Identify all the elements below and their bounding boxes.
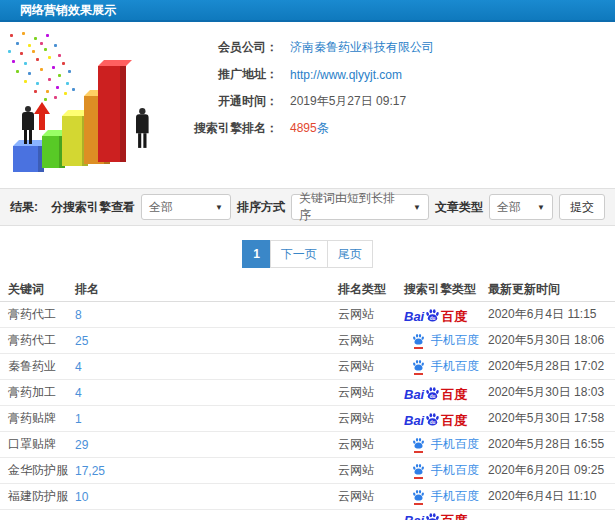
keyword-cell: 膏药代工 — [8, 332, 75, 349]
open-time-row: 开通时间： 2019年5月27日 09:17 — [168, 88, 608, 115]
col-header-rank: 排名 — [75, 281, 338, 298]
promo-url-link[interactable]: http://www.qlyyjt.com — [290, 68, 402, 82]
keyword-cell: 膏药贴牌 — [8, 410, 75, 427]
engine-filter-select[interactable]: 全部 ▼ — [141, 194, 231, 220]
rank-link[interactable]: 4 — [75, 386, 82, 400]
baidu-logo-bai: Bai — [404, 388, 424, 401]
rank-type-cell: 云网站 — [338, 436, 404, 453]
col-header-engine-type: 搜索引擎类型 — [404, 281, 488, 298]
submit-button[interactable]: 提交 — [559, 194, 605, 220]
keyword-cell: 膏药加工 — [8, 384, 75, 401]
chart-bar-blue — [13, 146, 44, 172]
rank-link[interactable]: 8 — [75, 308, 82, 322]
engine-rank-count: 4895 — [290, 121, 317, 135]
pagination: 1 下一页 尾页 — [0, 240, 615, 268]
keyword-cell: 福建防护服 — [8, 488, 75, 505]
mobile-baidu-label: 手机百度 — [431, 436, 479, 453]
chart-bar-red — [98, 66, 126, 162]
baidu-logo: Bai du 百度 — [404, 306, 488, 323]
mobile-baidu-paw-icon — [412, 359, 426, 375]
keyword-cell: 膏药代工 — [8, 306, 75, 323]
rank-type-cell: 云网站 — [338, 332, 404, 349]
updated-cell: 2020年6月4日 11:15 — [488, 306, 615, 323]
baidu-logo: Bai du 百度 — [404, 510, 488, 520]
rank-link[interactable]: 25 — [75, 334, 88, 348]
page-title: 网络营销效果展示 — [0, 0, 615, 20]
mobile-baidu-paw-icon — [412, 437, 426, 453]
baidu-logo-cn: 百度 — [441, 310, 467, 323]
promo-url-label: 推广地址： — [168, 66, 278, 83]
partial-next-row: Bai du 百度 — [0, 510, 615, 520]
rank-type-cell: 云网站 — [338, 384, 404, 401]
member-company-link[interactable]: 济南秦鲁药业科技有限公司 — [290, 40, 434, 54]
mobile-baidu-logo: 手机百度 — [404, 488, 488, 505]
mobile-baidu-logo: 手机百度 — [404, 436, 488, 453]
open-time-value: 2019年5月27日 09:17 — [290, 93, 406, 110]
rank-link[interactable]: 1 — [75, 412, 82, 426]
keyword-cell: 口罩贴牌 — [8, 436, 75, 453]
engine-rank-row: 搜索引擎排名： 4895条 — [168, 115, 608, 142]
open-time-label: 开通时间： — [168, 93, 278, 110]
rank-type-cell: 云网站 — [338, 306, 404, 323]
next-page-button[interactable]: 下一页 — [270, 240, 328, 268]
mobile-baidu-paw-icon — [412, 463, 426, 479]
rank-type-cell: 云网站 — [338, 462, 404, 479]
svg-text:du: du — [430, 394, 436, 399]
sort-filter-select[interactable]: 关键词由短到长排序 ▼ — [291, 194, 429, 220]
rank-link[interactable]: 4 — [75, 360, 82, 374]
mobile-baidu-logo: 手机百度 — [404, 462, 488, 479]
rank-link[interactable]: 10 — [75, 490, 88, 504]
sort-filter-label: 排序方式 — [237, 199, 285, 216]
results-table: 关键词 排名 排名类型 搜索引擎类型 最新更新时间 膏药代工 8 云网站 Bai… — [0, 278, 615, 520]
updated-cell: 2020年5月30日 18:03 — [488, 384, 615, 401]
rank-link[interactable]: 29 — [75, 438, 88, 452]
engine-cell: Bai du 百度 — [404, 384, 488, 401]
promo-url-row: 推广地址： http://www.qlyyjt.com — [168, 61, 608, 88]
table-row: 膏药代工 8 云网站 Bai du 百度 2020年6月4日 11:15 — [0, 302, 615, 328]
table-row: 膏药加工 4 云网站 Bai du 百度 2020年5月30日 18:03 — [0, 380, 615, 406]
page-1-button[interactable]: 1 — [242, 240, 271, 268]
engine-cell: 手机百度 — [404, 358, 488, 375]
chevron-down-icon: ▼ — [207, 203, 223, 212]
filter-bar: 结果: 分搜索引擎查看 全部 ▼ 排序方式 关键词由短到长排序 ▼ 文章类型 全… — [0, 188, 615, 226]
table-row: 金华防护服 17,25 云网站 手机百度 2020年6月20日 09:25 — [0, 458, 615, 484]
growth-chart-illustration — [0, 28, 170, 180]
engine-rank-unit: 条 — [317, 121, 329, 135]
updated-cell: 2020年6月4日 11:10 — [488, 488, 615, 505]
last-page-button[interactable]: 尾页 — [327, 240, 373, 268]
engine-rank-label: 搜索引擎排名： — [168, 120, 278, 137]
rank-link[interactable]: 17,25 — [75, 464, 105, 478]
updated-cell: 2020年5月28日 16:55 — [488, 436, 615, 453]
table-row: 膏药贴牌 1 云网站 Bai du 百度 2020年5月30日 17:58 — [0, 406, 615, 432]
mobile-baidu-label: 手机百度 — [431, 332, 479, 349]
table-row: 秦鲁药业 4 云网站 手机百度 2020年5月28日 17:02 — [0, 354, 615, 380]
engine-cell: 手机百度 — [404, 436, 488, 453]
rank-type-cell: 云网站 — [338, 358, 404, 375]
mobile-baidu-label: 手机百度 — [431, 488, 479, 505]
mobile-baidu-label: 手机百度 — [431, 358, 479, 375]
company-info-panel: 会员公司： 济南秦鲁药业科技有限公司 推广地址： http://www.qlyy… — [168, 34, 608, 142]
mobile-baidu-logo: 手机百度 — [404, 332, 488, 349]
engine-cell: 手机百度 — [404, 332, 488, 349]
svg-text:du: du — [430, 420, 436, 425]
engine-cell-partial: Bai du 百度 — [404, 510, 488, 520]
member-company-row: 会员公司： 济南秦鲁药业科技有限公司 — [168, 34, 608, 61]
table-header-row: 关键词 排名 排名类型 搜索引擎类型 最新更新时间 — [0, 278, 615, 302]
article-type-label: 文章类型 — [435, 199, 483, 216]
baidu-logo-bai: Bai — [404, 310, 424, 323]
col-header-keyword: 关键词 — [8, 281, 75, 298]
baidu-logo-cn: 百度 — [441, 388, 467, 401]
chevron-down-icon: ▼ — [405, 203, 421, 212]
updated-cell: 2020年5月30日 17:58 — [488, 410, 615, 427]
rank-type-cell: 云网站 — [338, 410, 404, 427]
rank-type-cell: 云网站 — [338, 488, 404, 505]
baidu-logo: Bai du 百度 — [404, 410, 488, 427]
col-header-rank-type: 排名类型 — [338, 281, 404, 298]
engine-filter-label: 分搜索引擎查看 — [51, 199, 135, 216]
title-bar: 网络营销效果展示 — [0, 0, 615, 22]
table-body: 膏药代工 8 云网站 Bai du 百度 2020年6月4日 11:15 膏药代… — [0, 302, 615, 510]
engine-cell: 手机百度 — [404, 488, 488, 505]
table-row: 膏药代工 25 云网站 手机百度 2020年5月30日 18:06 — [0, 328, 615, 354]
up-arrow-icon — [34, 102, 50, 114]
article-type-select[interactable]: 全部 ▼ — [489, 194, 553, 220]
